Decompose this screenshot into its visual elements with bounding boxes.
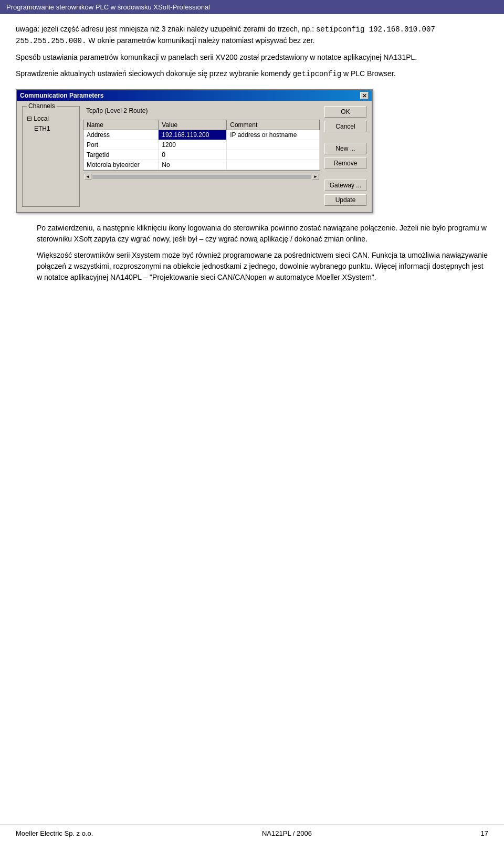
channels-label: Channels xyxy=(27,102,57,110)
tree-local-icon: ⊟ xyxy=(27,115,32,122)
dialog-body: Channels ⊟ Local ETH1 xyxy=(17,101,372,212)
dialog-right-panel: OK Cancel New ... Remove Gateway ... Upd… xyxy=(324,106,366,207)
update-button[interactable]: Update xyxy=(324,194,366,206)
paragraph-2: Sposób ustawiania parametrów komunikacji… xyxy=(16,52,488,63)
ok-button[interactable]: OK xyxy=(324,106,366,118)
page-footer: Moeller Electric Sp. z o.o. NA121PL / 20… xyxy=(0,825,504,842)
footer-left: Moeller Electric Sp. z o.o. xyxy=(16,829,93,837)
dialog-close-button[interactable]: ✕ xyxy=(360,92,369,99)
scroll-right-button[interactable]: ► xyxy=(312,174,319,180)
titlebar-buttons: ✕ xyxy=(360,92,369,99)
protocol-label: Tcp/Ip (Level 2 Route) xyxy=(86,107,148,114)
tree-local-label: Local xyxy=(34,115,49,122)
paragraph-3: Sprawdzenie aktualnych ustawień sieciowy… xyxy=(16,68,488,80)
footer-center: NA121PL / 2006 xyxy=(262,829,312,837)
remove-button[interactable]: Remove xyxy=(324,157,366,169)
params-table: Name Value Comment Address192.168.119.20… xyxy=(83,120,320,170)
dialog-left-panel: Channels ⊟ Local ETH1 xyxy=(22,106,320,207)
col-header-comment: Comment xyxy=(227,120,320,130)
tree-eth1-label: ETH1 xyxy=(34,125,50,132)
p4-text: Po zatwierdzeniu, a następnie kliknięciu… xyxy=(37,224,487,243)
paragraph-1: uwaga: jeżeli część adresu jest mniejsza… xyxy=(16,24,488,47)
table-cell-comment: IP address or hostname xyxy=(227,130,320,140)
table-cell-comment xyxy=(227,140,320,150)
page-content: uwaga: jeżeli część adresu jest mniejsza… xyxy=(0,14,504,299)
header-title: Programowanie sterowników PLC w środowis… xyxy=(6,3,210,11)
tree-eth1[interactable]: ETH1 xyxy=(27,124,75,134)
table-row[interactable]: Address192.168.119.200IP address or host… xyxy=(83,130,320,140)
scroll-left-button[interactable]: ◄ xyxy=(84,174,91,180)
table-cell-comment xyxy=(227,150,320,160)
paragraph-5: Większość sterowników serii Xsystem może… xyxy=(16,250,488,283)
table-cell-value: 1200 xyxy=(159,140,227,150)
p2-text: Sposób ustawiania parametrów komunikacji… xyxy=(16,53,417,61)
new-button[interactable]: New ... xyxy=(324,143,366,154)
col-header-value: Value xyxy=(159,120,227,130)
p1-text-after: W oknie parametrów komunikacji należy na… xyxy=(86,36,314,45)
gateway-button[interactable]: Gateway ... xyxy=(324,180,366,191)
dialog-window: Communication Parameters ✕ Channels xyxy=(16,89,373,213)
p1-text-before: uwaga: jeżeli część adresu jest mniejsza… xyxy=(16,25,316,33)
table-cell-comment xyxy=(227,160,320,170)
p3-text-after: w PLC Browser. xyxy=(341,69,395,78)
cancel-button[interactable]: Cancel xyxy=(324,121,366,132)
table-cell-name: Motorola byteorder xyxy=(83,160,159,170)
params-table-container: Name Value Comment Address192.168.119.20… xyxy=(83,120,320,171)
table-cell-value: 0 xyxy=(159,150,227,160)
scroll-track xyxy=(92,175,311,179)
p3-code: getipconfig xyxy=(293,70,341,78)
table-cell-name: TargetId xyxy=(83,150,159,160)
col-header-name: Name xyxy=(83,120,159,130)
table-cell-value: No xyxy=(159,160,227,170)
dialog-container: Communication Parameters ✕ Channels xyxy=(16,89,488,213)
table-cell-name: Port xyxy=(83,140,159,150)
p5-text: Większość sterowników serii Xsystem może… xyxy=(37,251,488,281)
p3-text-before: Sprawdzenie aktualnych ustawień sieciowy… xyxy=(16,69,293,78)
table-row[interactable]: TargetId0 xyxy=(83,150,320,160)
table-row[interactable]: Port1200 xyxy=(83,140,320,150)
protocol-header: Tcp/Ip (Level 2 Route) xyxy=(83,106,320,115)
dialog-title: Communication Parameters xyxy=(20,92,103,99)
page-header: Programowanie sterowników PLC w środowis… xyxy=(0,0,504,14)
table-row[interactable]: Motorola byteorderNo xyxy=(83,160,320,170)
channels-groupbox: Channels ⊟ Local ETH1 xyxy=(22,106,80,207)
paragraph-4: Po zatwierdzeniu, a następnie kliknięciu… xyxy=(16,223,488,245)
table-cell-value: 192.168.119.200 xyxy=(159,130,227,140)
footer-right: 17 xyxy=(481,829,488,837)
dialog-titlebar: Communication Parameters ✕ xyxy=(17,90,372,101)
horizontal-scrollbar[interactable]: ◄ ► xyxy=(83,173,320,180)
table-cell-name: Address xyxy=(83,130,159,140)
tree-local[interactable]: ⊟ Local xyxy=(27,114,75,124)
